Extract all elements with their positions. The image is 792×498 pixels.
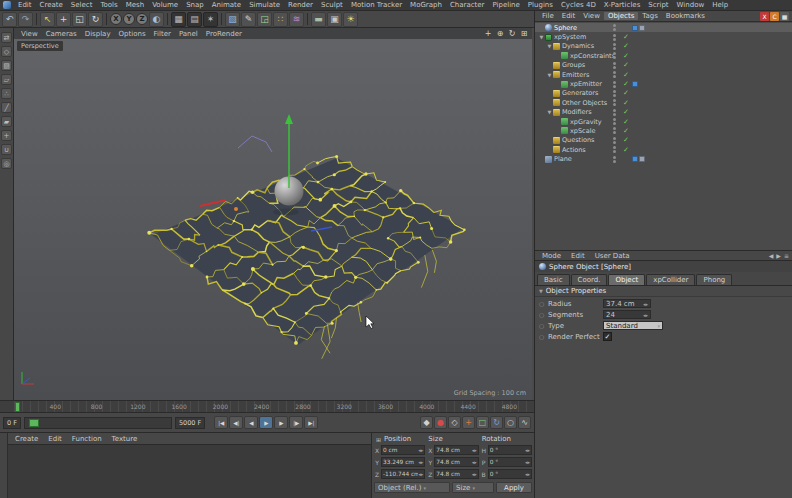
layout-palette-icon[interactable]: ▦ bbox=[780, 12, 789, 21]
keyframe-dot-icon[interactable]: ○ bbox=[539, 333, 545, 340]
position-y-input[interactable]: 33.249 cm◂▸ bbox=[381, 457, 425, 467]
menubar-item-window[interactable]: Window bbox=[673, 0, 709, 11]
om-menu-edit[interactable]: Edit bbox=[558, 12, 580, 20]
workplane-mode-icon[interactable]: ▱ bbox=[1, 74, 12, 85]
subdivision-surface-icon[interactable]: ◲ bbox=[257, 12, 272, 27]
live-selection-icon[interactable]: ↖ bbox=[40, 12, 55, 27]
viewport-filter-icon[interactable]: ◎ bbox=[1, 158, 12, 169]
rotation-h-input[interactable]: 0 °◂▸ bbox=[488, 445, 532, 455]
menubar-item-volume[interactable]: Volume bbox=[148, 0, 182, 11]
cube-primitive-icon[interactable]: ▧ bbox=[225, 12, 240, 27]
om-menu-view[interactable]: View bbox=[579, 12, 604, 20]
render-picture-viewer-icon[interactable]: ▤ bbox=[187, 12, 202, 27]
make-editable-icon[interactable]: ⇄ bbox=[1, 32, 12, 43]
scale-tool-icon[interactable]: ◱ bbox=[72, 12, 87, 27]
next-frame-button[interactable]: ▶ bbox=[274, 416, 288, 429]
expand-arrow-icon[interactable]: ▼ bbox=[546, 43, 553, 49]
panel-grip[interactable] bbox=[0, 433, 8, 498]
play-button[interactable]: ▶ bbox=[259, 416, 273, 429]
rotate-tool-icon[interactable]: ↻ bbox=[88, 12, 103, 27]
viewport-canvas[interactable] bbox=[14, 28, 532, 400]
points-mode-icon[interactable]: ∴ bbox=[1, 88, 12, 99]
stepper-icon[interactable]: ◂▸ bbox=[418, 459, 423, 465]
snap-icon[interactable]: ∪ bbox=[1, 144, 12, 155]
menubar-item-select[interactable]: Select bbox=[67, 0, 97, 11]
enable-check-icon[interactable]: ✓ bbox=[623, 99, 629, 107]
toggle-views-icon[interactable]: ⊞ bbox=[519, 29, 529, 39]
type-dropdown[interactable]: Standard▾ bbox=[603, 321, 663, 330]
expand-arrow-icon[interactable]: ▼ bbox=[546, 72, 553, 78]
stepper-icon[interactable]: ◂▸ bbox=[472, 459, 477, 465]
menubar-item-mograph[interactable]: MoGraph bbox=[406, 0, 446, 11]
viewport-menu-panel[interactable]: Panel bbox=[175, 30, 202, 38]
light-icon[interactable]: ☀ bbox=[343, 12, 358, 27]
menubar-item-create[interactable]: Create bbox=[36, 0, 67, 11]
stepper-icon[interactable]: ◂▸ bbox=[418, 447, 423, 453]
undo-icon[interactable]: ↶ bbox=[2, 12, 17, 27]
record-pla-button[interactable]: ∿ bbox=[518, 416, 531, 429]
stepper-icon[interactable]: ◂▸ bbox=[643, 312, 648, 318]
am-menu-mode[interactable]: Mode bbox=[538, 252, 565, 260]
menubar-item-mesh[interactable]: Mesh bbox=[122, 0, 148, 11]
visibility-toggle-dots[interactable] bbox=[613, 43, 616, 50]
y-axis-lock-toggle[interactable]: Y bbox=[123, 13, 135, 25]
tree-row-other-objects[interactable]: Other Objects✓ bbox=[535, 98, 792, 107]
stepper-icon[interactable]: ◂▸ bbox=[525, 459, 530, 465]
autokeying-button[interactable]: ● bbox=[434, 416, 447, 429]
menubar-item-motion-tracker[interactable]: Motion Tracker bbox=[347, 0, 406, 11]
enable-check-icon[interactable]: ✓ bbox=[623, 61, 629, 69]
phong-tag[interactable] bbox=[639, 25, 645, 31]
previous-key-button[interactable]: ◀| bbox=[229, 416, 243, 429]
material-menu-function[interactable]: Function bbox=[67, 435, 107, 443]
current-frame-field[interactable]: 0 F bbox=[3, 417, 21, 429]
visibility-toggle-dots[interactable] bbox=[613, 81, 616, 88]
timeline-ruler[interactable]: 4008001200160020002400280032003600400044… bbox=[0, 400, 534, 413]
expand-arrow-icon[interactable]: ▼ bbox=[546, 109, 553, 115]
viewport-menu-prorender[interactable]: ProRender bbox=[202, 30, 246, 38]
visibility-toggle-dots[interactable] bbox=[613, 71, 616, 78]
tab-xpcollider[interactable]: xpCollider bbox=[646, 274, 695, 285]
timeline-slider-thumb[interactable] bbox=[29, 419, 39, 427]
z-axis-lock-toggle[interactable]: Z bbox=[136, 13, 148, 25]
am-menu-user-data[interactable]: User Data bbox=[591, 252, 634, 260]
tree-row-dynamics[interactable]: ▼Dynamics✓ bbox=[535, 42, 792, 51]
end-frame-field[interactable]: 5000 F bbox=[175, 417, 205, 429]
visibility-toggle-dots[interactable] bbox=[613, 137, 616, 144]
size-y-input[interactable]: 74.8 cm◂▸ bbox=[434, 457, 478, 467]
render-perfect-checkbox[interactable]: ✓ bbox=[603, 332, 612, 341]
go-to-start-button[interactable]: |◀ bbox=[214, 416, 228, 429]
xpcollider-tag[interactable] bbox=[632, 156, 638, 162]
om-menu-tags[interactable]: Tags bbox=[638, 12, 662, 20]
history-forward-icon[interactable]: ▶ bbox=[776, 252, 781, 259]
record-parameter-button[interactable]: ○ bbox=[504, 416, 517, 429]
stepper-icon[interactable]: ◂▸ bbox=[472, 471, 477, 477]
menubar-item-snap[interactable]: Snap bbox=[182, 0, 208, 11]
tree-row-generators[interactable]: Generators✓ bbox=[535, 89, 792, 98]
move-tool-icon[interactable]: + bbox=[56, 12, 71, 27]
keyframe-selection-button[interactable]: ◇ bbox=[448, 416, 461, 429]
viewport-view-label[interactable]: Perspective bbox=[17, 41, 63, 51]
stepper-icon[interactable]: ◂▸ bbox=[472, 447, 477, 453]
visibility-toggle-dots[interactable] bbox=[613, 127, 616, 134]
menubar-item-tools[interactable]: Tools bbox=[96, 0, 121, 11]
segments-input[interactable]: 24◂▸ bbox=[603, 310, 651, 319]
menubar-item-animate[interactable]: Animate bbox=[208, 0, 245, 11]
viewport-menu-options[interactable]: Options bbox=[115, 30, 150, 38]
app-logo-icon[interactable] bbox=[3, 1, 11, 9]
menubar-item-cycles-4d[interactable]: Cycles 4D bbox=[557, 0, 600, 11]
material-menu-edit[interactable]: Edit bbox=[43, 435, 67, 443]
render-settings-icon[interactable]: ✶ bbox=[203, 12, 218, 27]
visibility-toggle-dots[interactable] bbox=[613, 34, 616, 41]
xpemitter-tag[interactable] bbox=[632, 81, 638, 87]
section-collapse-icon[interactable]: ▼ bbox=[539, 288, 543, 294]
apply-button[interactable]: Apply bbox=[496, 482, 532, 493]
tab-phong[interactable]: Phong bbox=[696, 274, 732, 285]
timeline-slider[interactable] bbox=[24, 417, 172, 429]
keyframe-dot-icon[interactable]: ○ bbox=[539, 311, 545, 318]
size-x-input[interactable]: 74.8 cm◂▸ bbox=[434, 445, 478, 455]
go-to-end-button[interactable]: ▶| bbox=[304, 416, 318, 429]
visibility-toggle-dots[interactable] bbox=[613, 118, 616, 125]
phong-tag[interactable] bbox=[639, 156, 645, 162]
edges-mode-icon[interactable]: ╱ bbox=[1, 102, 12, 113]
expand-arrow-icon[interactable]: ▼ bbox=[538, 34, 545, 40]
